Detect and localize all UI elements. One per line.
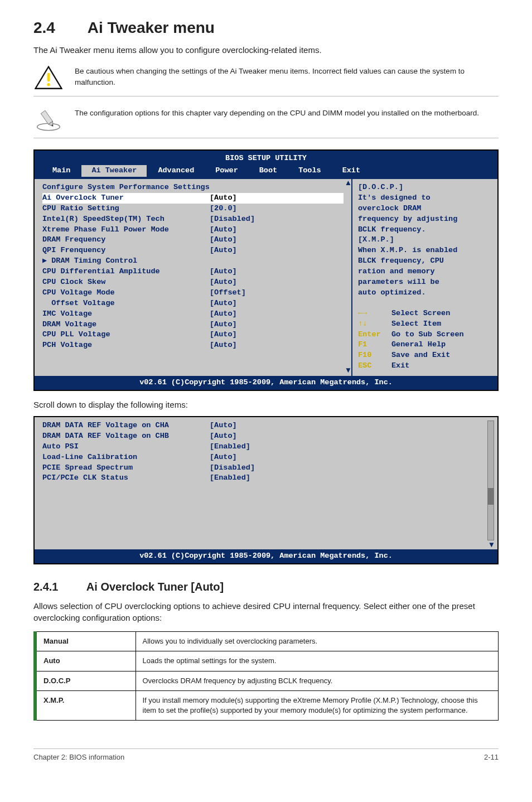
bios-help-line: BCLK frequency. xyxy=(358,225,492,235)
bios-tab-tools: Tools xyxy=(288,165,331,177)
section-heading: 2.4 Ai Tweaker menu xyxy=(33,17,499,38)
bios-setting-row: QPI Frenquency[Auto] xyxy=(42,245,344,256)
bios-setting-row: Load-Line Calibration[Auto] xyxy=(42,452,490,463)
bios-help-line: BLCK frequency, CPU xyxy=(358,256,492,267)
bios-setting-row: DRAM Frequency[Auto] xyxy=(42,235,344,245)
caution-text: Be cautious when changing the settings o… xyxy=(75,66,499,88)
bios-help-line: parameters will be xyxy=(358,277,492,288)
bios-title: BIOS SETUP UTILITY xyxy=(35,151,497,165)
page-footer: Chapter 2: BIOS information 2-11 xyxy=(33,748,499,762)
bios-config-header: Configure System Performance Settings xyxy=(42,182,344,193)
svg-rect-4 xyxy=(41,110,52,124)
caution-icon xyxy=(33,66,64,90)
divider xyxy=(33,138,499,138)
bios-help-line: [D.O.C.P.] xyxy=(358,182,492,193)
pencil-icon xyxy=(33,108,64,132)
scroll-caption: Scroll down to display the following ite… xyxy=(33,399,499,410)
scrollbar xyxy=(487,421,494,540)
footer-left: Chapter 2: BIOS information xyxy=(33,752,124,762)
nav-select-item: ↑↓Select Item xyxy=(358,319,492,330)
info-text: The configuration options for this chapt… xyxy=(75,108,485,119)
bios-setting-row: PCH Voltage[Auto] xyxy=(42,340,344,351)
bios-setting-row: Offset Voltage[Auto] xyxy=(42,298,344,309)
section-number: 2.4 xyxy=(33,17,84,38)
bios-setting-row: PCI/PCIe CLK Status[Enabled] xyxy=(42,473,490,484)
bios-settings-panel-2: DRAM DATA REF Voltage on CHA[Auto]DRAM D… xyxy=(35,417,497,549)
footer-right: 2-11 xyxy=(484,752,499,762)
bios-help-panel: [D.O.C.P.]It's designed tooverclock DRAM… xyxy=(352,179,497,376)
bios-help-line: frequency by adjusting xyxy=(358,214,492,225)
option-name: Auto xyxy=(35,651,136,671)
nav-f1: F1General Help xyxy=(358,340,492,350)
table-row: X.M.P.If you install memory module(s) su… xyxy=(35,690,499,720)
bios-setting-row: Xtreme Phase Full Power Mode[Auto] xyxy=(42,225,344,235)
bios-setting-row: IMC Voltage[Auto] xyxy=(42,309,344,320)
option-desc: Overclocks DRAM frequency by adjusting B… xyxy=(136,671,499,690)
caution-note: Be cautious when changing the settings o… xyxy=(33,66,499,90)
bios-help-line: [X.M.P.] xyxy=(358,235,492,245)
bios-setting-row: Intel(R) SpeedStep(TM) Tech[Disabled] xyxy=(42,214,344,225)
bios-tab-bar: MainAi TweakerAdvancedPowerBootToolsExit xyxy=(35,165,497,179)
bios-setting-row: Ai Overclock Tuner[Auto] xyxy=(42,193,344,204)
nav-f10: F10Save and Exit xyxy=(358,350,492,361)
bios-tab-boot: Boot xyxy=(249,165,287,177)
section-title-text: Ai Tweaker menu xyxy=(88,19,215,36)
svg-rect-1 xyxy=(47,73,50,82)
subsection-intro: Allows selection of CPU overclocking opt… xyxy=(33,600,499,624)
bios-setting-row: CPU Clock Skew[Auto] xyxy=(42,277,344,288)
option-name: Manual xyxy=(35,632,136,651)
nav-esc: ESCExit xyxy=(358,361,492,371)
bios-help-line: When X.M.P. is enabled xyxy=(358,245,492,256)
bios-setting-row: CPU Differential Amplitude[Auto] xyxy=(42,267,344,277)
scroll-down-arrow-icon: ▼ xyxy=(345,365,352,376)
bios-tab-power: Power xyxy=(205,165,248,177)
bios-tab-advanced: Advanced xyxy=(148,165,204,177)
bios-help-line: It's designed to xyxy=(358,193,492,204)
bios-setting-row: Auto PSI[Enabled] xyxy=(42,442,490,452)
subsection-heading: 2.4.1 Ai Overclock Tuner [Auto] xyxy=(33,579,499,595)
option-desc: Allows you to individually set overclock… xyxy=(136,632,499,651)
options-table: ManualAllows you to individually set ove… xyxy=(33,631,499,721)
svg-point-2 xyxy=(47,83,50,86)
bios-setting-row: CPU Ratio Setting[20.0] xyxy=(42,204,344,214)
bios-screenshot-main: BIOS SETUP UTILITY MainAi TweakerAdvance… xyxy=(33,149,499,391)
scroll-down-arrow-icon: ▼ xyxy=(488,540,495,550)
bios-setting-row: DRAM DATA REF Voltage on CHB[Auto] xyxy=(42,431,490,442)
option-desc: If you install memory module(s) supporti… xyxy=(136,690,499,720)
bios-screenshot-scroll: DRAM DATA REF Voltage on CHA[Auto]DRAM D… xyxy=(33,416,499,564)
info-note: The configuration options for this chapt… xyxy=(33,108,499,132)
bios-help-line: overclock DRAM xyxy=(358,204,492,214)
bios-setting-row: CPU Voltage Mode[Offset] xyxy=(42,288,344,298)
nav-enter: EnterGo to Sub Screen xyxy=(358,330,492,340)
bios-setting-row: DRAM DATA REF Voltage on CHA[Auto] xyxy=(42,421,490,431)
bios-setting-row: ▶ DRAM Timing Control xyxy=(42,256,344,267)
bios-footer-2: v02.61 (C)Copyright 1985-2009, American … xyxy=(35,549,497,563)
bios-setting-row: DRAM Voltage[Auto] xyxy=(42,320,344,330)
option-name: X.M.P. xyxy=(35,690,136,720)
intro-paragraph: The Ai Tweaker menu items allow you to c… xyxy=(33,44,499,56)
bios-footer: v02.61 (C)Copyright 1985-2009, American … xyxy=(35,376,497,390)
bios-settings-panel: ▲ Configure System Performance Settings … xyxy=(35,179,352,376)
subsection-number: 2.4.1 xyxy=(33,579,84,595)
bios-setting-row: PCIE Spread Spectrum[Disabled] xyxy=(42,463,490,474)
scroll-up-arrow-icon: ▲ xyxy=(345,178,352,189)
table-row: AutoLoads the optimal settings for the s… xyxy=(35,651,499,671)
option-desc: Loads the optimal settings for the syste… xyxy=(136,651,499,671)
bios-setting-row: CPU PLL Voltage[Auto] xyxy=(42,330,344,340)
bios-help-line: auto optimized. xyxy=(358,288,492,298)
table-row: D.O.C.POverclocks DRAM frequency by adju… xyxy=(35,671,499,690)
table-row: ManualAllows you to individually set ove… xyxy=(35,632,499,651)
option-name: D.O.C.P xyxy=(35,671,136,690)
bios-tab-main: Main xyxy=(42,165,80,177)
nav-select-screen: ←→Select Screen xyxy=(358,308,492,319)
divider xyxy=(33,96,499,96)
bios-tab-exit: Exit xyxy=(332,165,370,177)
bios-tab-ai-tweaker: Ai Tweaker xyxy=(81,165,147,177)
bios-help-line: ration and memory xyxy=(358,267,492,277)
subsection-title-text: Ai Overclock Tuner [Auto] xyxy=(86,581,224,593)
